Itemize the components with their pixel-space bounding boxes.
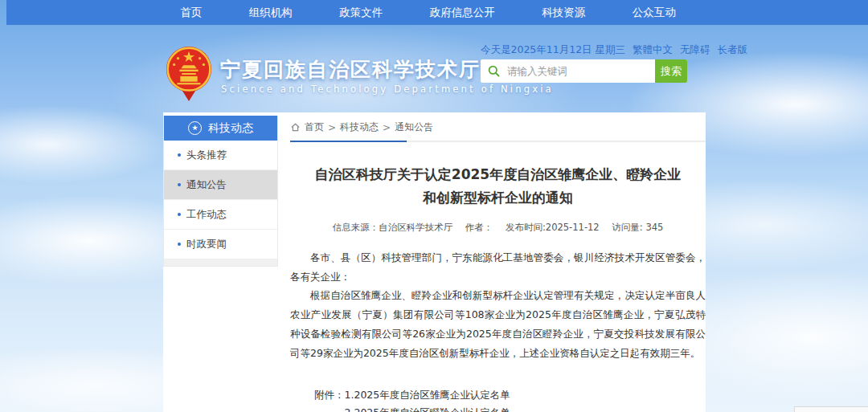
top-nav-items: 首页 组织机构 政策文件 政府信息公开 科技资源 公众互动 [157, 0, 699, 25]
sidebar-item-label: 通知公告 [186, 178, 227, 192]
breadcrumb-separator: > [383, 122, 391, 133]
article-paragraph: 根据自治区雏鹰企业、瞪羚企业和创新型标杆企业认定管理有关规定，决定认定半亩良人农… [290, 286, 706, 362]
current-date-text: 今天是2025年11月12日 星期三 [481, 43, 625, 57]
nav-item-organization[interactable]: 组织机构 [249, 6, 293, 20]
bullet-dot-icon [178, 243, 181, 246]
article-title: 自治区科技厅关于认定2025年度自治区雏鹰企业、瞪羚企业 和创新型标杆企业的通知 [290, 163, 706, 210]
link-traditional-chinese[interactable]: 繁體中文 [633, 43, 673, 57]
article-paragraph: 各市、县（区）科技管理部门，宁东能源化工基地管委会，银川经济技术开发区管委会，各… [290, 248, 706, 287]
main-article-area: 首页 > 科技动态 > 通知公告 自治区科技厅关于认定2025年度自治区雏鹰企业… [290, 112, 706, 412]
sidebar-footer-strip [164, 259, 277, 266]
content-panel: ★ 科技动态 头条推荐 通知公告 工作动态 时政要闻 [163, 112, 706, 412]
meta-time-label: 发布时间: [506, 222, 546, 233]
attachments-label: 附件： [314, 386, 345, 412]
nav-item-gov-info-disclosure[interactable]: 政府信息公开 [430, 6, 495, 20]
sidebar-item-label: 头条推荐 [186, 149, 227, 162]
link-accessibility[interactable]: 无障碍 [680, 43, 710, 57]
meta-visits-value: 345 [645, 222, 663, 233]
page: 首页 组织机构 政策文件 政府信息公开 科技资源 公众互动 宁夏回族自治区科学技… [0, 0, 868, 412]
sidebar-header: ★ 科技动态 [164, 116, 277, 141]
star-circle-icon: ★ [188, 121, 202, 135]
meta-source-label: 信息来源： [333, 222, 379, 233]
nav-item-home[interactable]: 首页 [180, 6, 202, 20]
site-subtitle: Science and Technology Department of Nin… [221, 84, 554, 95]
footer-stub [794, 406, 868, 412]
bullet-dot-icon [178, 183, 181, 186]
header-utility-row: 今天是2025年11月12日 星期三 繁體中文 无障碍 长者版 [481, 43, 701, 57]
article-title-line1: 自治区科技厅关于认定2025年度自治区雏鹰企业、瞪羚企业 [290, 163, 706, 186]
article-title-line2: 和创新型标杆企业的通知 [290, 186, 706, 210]
bullet-dot-icon [178, 213, 181, 216]
site-title: 宁夏回族自治区科学技术厅 [220, 56, 481, 83]
sidebar-item-headlines[interactable]: 头条推荐 [164, 141, 277, 170]
breadcrumb-divider [290, 141, 706, 142]
article-body: 各市、县（区）科技管理部门，宁东能源化工基地管委会，银川经济技术开发区管委会，各… [290, 248, 706, 363]
sidebar-item-label: 工作动态 [186, 208, 227, 222]
search-button[interactable]: 搜索 [655, 59, 687, 83]
nav-item-public-interaction[interactable]: 公众互动 [633, 6, 676, 20]
search-field [481, 59, 655, 83]
nav-item-policy-documents[interactable]: 政策文件 [339, 6, 383, 20]
home-icon [290, 122, 301, 133]
breadcrumb: 首页 > 科技动态 > 通知公告 [290, 112, 706, 134]
attachments-section: 附件： 1.2025年度自治区雏鹰企业认定名单 2.2025年度自治区瞪羚企业认… [314, 386, 706, 412]
breadcrumb-separator: > [328, 122, 336, 133]
sidebar-item-work-updates[interactable]: 工作动态 [164, 200, 277, 230]
sidebar-item-current-politics[interactable]: 时政要闻 [164, 230, 277, 259]
national-emblem-icon [164, 45, 214, 103]
attachment-link[interactable]: 2.2025年度自治区瞪羚企业认定名单 [345, 404, 541, 412]
sidebar: ★ 科技动态 头条推荐 通知公告 工作动态 时政要闻 [163, 116, 278, 267]
attachment-link[interactable]: 1.2025年度自治区雏鹰企业认定名单 [345, 386, 541, 404]
breadcrumb-category[interactable]: 科技动态 [340, 120, 379, 134]
search-input[interactable] [506, 64, 655, 78]
attachments-list: 1.2025年度自治区雏鹰企业认定名单 2.2025年度自治区瞪羚企业认定名单 … [345, 386, 541, 412]
link-elder-version[interactable]: 长者版 [718, 43, 748, 57]
article-meta: 信息来源：自治区科学技术厅 作者： 发布时间:2025-11-12 访问量: 3… [290, 222, 706, 234]
meta-time-value: 2025-11-12 [546, 222, 600, 233]
search-icon [488, 65, 500, 77]
sidebar-item-notices[interactable]: 通知公告 [164, 170, 277, 200]
meta-visits-label: 访问量: [612, 222, 642, 233]
breadcrumb-home[interactable]: 首页 [305, 120, 324, 134]
meta-source-value: 自治区科学技术厅 [379, 222, 452, 233]
top-nav-bar: 首页 组织机构 政策文件 政府信息公开 科技资源 公众互动 [6, 0, 868, 25]
breadcrumb-current: 通知公告 [395, 120, 433, 134]
bullet-dot-icon [178, 153, 181, 157]
sidebar-title: 科技动态 [208, 121, 253, 136]
nav-item-tech-resources[interactable]: 科技资源 [542, 6, 585, 20]
search-box: 搜索 [481, 59, 687, 83]
meta-author-label: 作者： [465, 222, 493, 233]
sidebar-item-label: 时政要闻 [186, 238, 227, 251]
